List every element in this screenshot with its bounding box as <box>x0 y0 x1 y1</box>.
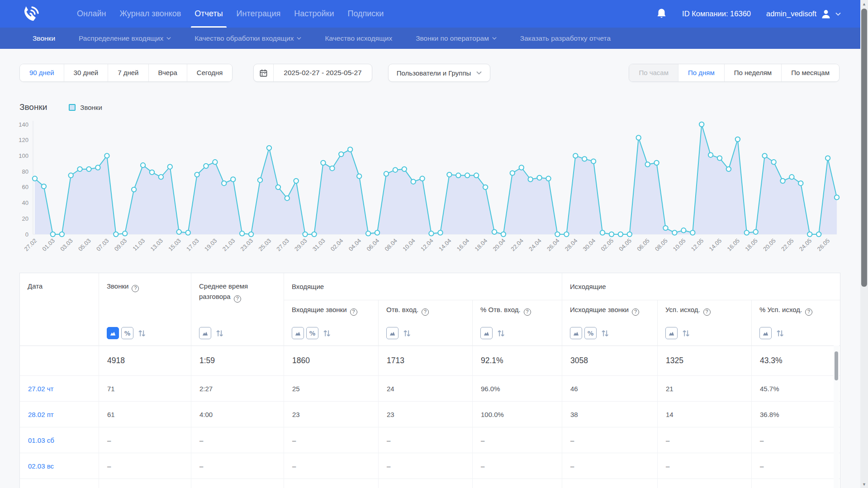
scroll-up-button[interactable]: ▲ <box>860 0 868 8</box>
data-point-marker[interactable] <box>285 196 289 200</box>
data-point-marker[interactable] <box>420 176 424 181</box>
data-point-marker[interactable] <box>754 230 758 234</box>
data-point-marker[interactable] <box>393 168 398 172</box>
row-date-link[interactable]: 01.03 сб <box>20 427 99 453</box>
nav-item-settings[interactable]: Настройки <box>293 0 335 28</box>
data-point-marker[interactable] <box>636 135 641 140</box>
sort-button[interactable] <box>323 329 332 338</box>
data-point-marker[interactable] <box>762 153 767 158</box>
scroll-down-button[interactable]: ▼ <box>860 480 868 488</box>
data-point-marker[interactable] <box>816 232 821 237</box>
subnav-item-order-report[interactable]: Заказать разработку отчета <box>520 34 611 43</box>
row-date-link[interactable]: 02.03 вс <box>20 453 99 479</box>
data-point-marker[interactable] <box>726 167 731 171</box>
sort-button[interactable] <box>601 329 610 338</box>
data-point-marker[interactable] <box>519 165 524 170</box>
data-point-marker[interactable] <box>429 231 433 236</box>
data-point-marker[interactable] <box>474 173 479 178</box>
data-point-marker[interactable] <box>618 232 623 237</box>
data-point-marker[interactable] <box>339 152 343 156</box>
data-point-marker[interactable] <box>330 166 334 171</box>
data-point-marker[interactable] <box>555 232 560 237</box>
data-point-marker[interactable] <box>825 156 830 160</box>
help-icon[interactable]: ? <box>524 308 531 316</box>
data-point-marker[interactable] <box>86 167 91 171</box>
chart-toggle-button[interactable] <box>480 327 493 339</box>
data-point-marker[interactable] <box>492 230 497 234</box>
subnav-item-incoming-distribution[interactable]: Распределение входящих <box>79 34 171 43</box>
data-point-marker[interactable] <box>104 153 109 158</box>
data-point-marker[interactable] <box>456 173 460 178</box>
percent-toggle-button[interactable]: % <box>121 327 133 339</box>
data-point-marker[interactable] <box>564 232 569 237</box>
help-icon[interactable]: ? <box>132 285 139 292</box>
data-point-marker[interactable] <box>168 165 172 169</box>
range-90-days-button[interactable]: 90 дней <box>20 64 64 81</box>
row-date-link[interactable]: 28.02 пт <box>20 402 99 427</box>
range-30-days-button[interactable]: 30 дней <box>64 64 108 81</box>
data-point-marker[interactable] <box>114 232 118 237</box>
subnav-item-incoming-quality[interactable]: Качество обработки входящих <box>194 34 301 43</box>
data-point-marker[interactable] <box>609 232 614 237</box>
chart-toggle-button[interactable] <box>292 327 304 339</box>
data-point-marker[interactable] <box>366 231 370 236</box>
data-point-marker[interactable] <box>672 230 677 235</box>
data-point-marker[interactable] <box>411 180 416 184</box>
chart-toggle-button[interactable] <box>665 327 678 339</box>
data-point-marker[interactable] <box>132 187 136 192</box>
data-point-marker[interactable] <box>807 232 812 237</box>
nav-item-call-log[interactable]: Журнал звонков <box>119 0 182 28</box>
data-point-marker[interactable] <box>591 159 596 163</box>
data-point-marker[interactable] <box>627 232 632 237</box>
data-point-marker[interactable] <box>348 147 352 152</box>
legend-checkbox[interactable] <box>69 104 76 111</box>
users-groups-dropdown[interactable]: Пользователи и Группы <box>388 64 491 82</box>
user-menu[interactable]: admin_vedisoft <box>766 9 841 19</box>
data-point-marker[interactable] <box>447 172 451 177</box>
sort-button[interactable] <box>682 329 691 338</box>
bell-icon[interactable] <box>656 8 667 19</box>
sort-button[interactable] <box>215 329 224 338</box>
help-icon[interactable]: ? <box>350 308 357 316</box>
data-point-marker[interactable] <box>276 185 280 190</box>
sort-button[interactable] <box>497 329 506 338</box>
help-icon[interactable]: ? <box>422 308 429 316</box>
range-7-days-button[interactable]: 7 дней <box>108 64 148 81</box>
data-point-marker[interactable] <box>573 153 578 158</box>
data-point-marker[interactable] <box>69 173 73 178</box>
data-point-marker[interactable] <box>159 175 163 179</box>
chart-toggle-button[interactable] <box>570 327 582 339</box>
sort-button[interactable] <box>403 329 412 338</box>
help-icon[interactable]: ? <box>703 308 711 316</box>
by-weeks-button[interactable]: По неделям <box>724 64 781 81</box>
data-point-marker[interactable] <box>294 179 299 183</box>
data-point-marker[interactable] <box>60 232 64 237</box>
data-point-marker[interactable] <box>600 230 605 235</box>
data-point-marker[interactable] <box>789 175 794 179</box>
scrollbar-thumb[interactable] <box>861 9 867 287</box>
data-point-marker[interactable] <box>77 167 82 171</box>
data-point-marker[interactable] <box>194 172 199 177</box>
data-point-marker[interactable] <box>654 161 659 165</box>
data-point-marker[interactable] <box>204 164 208 168</box>
data-point-marker[interactable] <box>267 146 271 150</box>
data-point-marker[interactable] <box>123 231 127 236</box>
chart-toggle-button[interactable] <box>759 327 772 339</box>
data-point-marker[interactable] <box>357 174 361 178</box>
data-point-marker[interactable] <box>231 177 235 181</box>
table-scrollbar-thumb[interactable] <box>835 351 838 380</box>
vedisoft-logo-icon[interactable] <box>20 3 42 25</box>
data-point-marker[interactable] <box>699 122 704 127</box>
data-point-marker[interactable] <box>258 178 262 182</box>
data-point-marker[interactable] <box>312 232 316 237</box>
data-point-marker[interactable] <box>528 177 533 181</box>
data-point-marker[interactable] <box>708 153 713 157</box>
data-point-marker[interactable] <box>249 232 253 237</box>
sort-button[interactable] <box>776 329 785 338</box>
data-point-marker[interactable] <box>51 232 55 237</box>
calendar-button[interactable] <box>254 64 274 81</box>
by-months-button[interactable]: По месяцам <box>781 64 839 81</box>
data-point-marker[interactable] <box>717 156 722 160</box>
data-point-marker[interactable] <box>438 230 442 235</box>
data-point-marker[interactable] <box>745 230 749 235</box>
